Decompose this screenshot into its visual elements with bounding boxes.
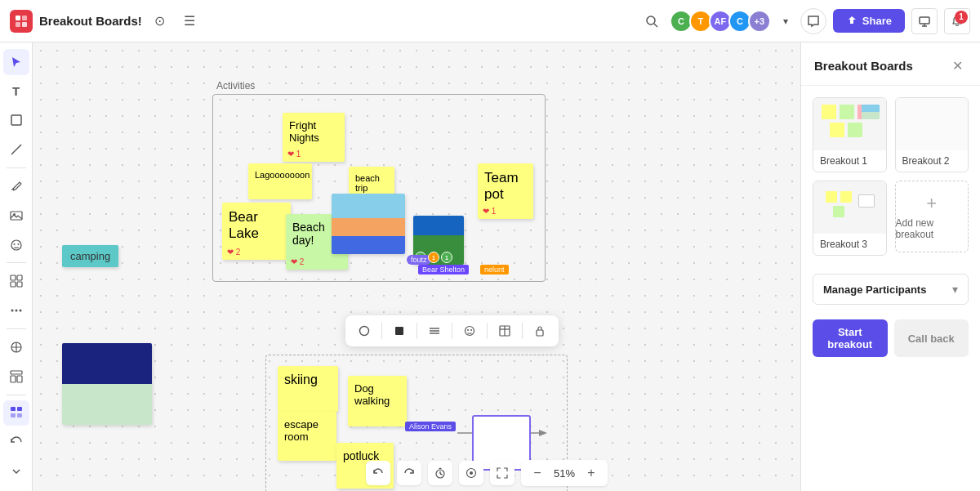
ftb-lock-button[interactable] [529, 320, 550, 341]
panel-close-button[interactable]: ✕ [947, 56, 967, 75]
mini-sticky-7 [840, 191, 852, 203]
breakout-tool[interactable] [3, 400, 29, 426]
svg-rect-1 [22, 16, 27, 20]
escape-room-sticky[interactable]: escape room [278, 412, 336, 461]
notification-button[interactable]: 1 [944, 8, 970, 34]
svg-point-20 [11, 310, 13, 312]
ftb-divider-2 [416, 323, 417, 339]
template-tool[interactable] [3, 268, 29, 294]
shape-tool[interactable] [3, 108, 29, 134]
notification-badge: 1 [955, 11, 968, 24]
svg-rect-16 [11, 275, 16, 280]
svg-point-15 [17, 243, 19, 245]
svg-rect-0 [16, 16, 20, 20]
mini-sticky-8 [833, 206, 844, 217]
svg-rect-3 [22, 22, 27, 27]
zoom-control: − 51% + [521, 460, 608, 486]
breakout-card-3[interactable]: Breakout 3 [813, 181, 887, 256]
dog-walking-sticky[interactable]: Dog walking [348, 376, 407, 426]
text-tool[interactable]: T [3, 78, 29, 105]
line-tool[interactable] [3, 136, 29, 163]
ftb-square-button[interactable] [389, 320, 410, 341]
mini-photo-1 [862, 105, 880, 119]
alison-evans-tag: Alison Evans [405, 422, 456, 431]
svg-point-14 [13, 243, 15, 245]
comments-button[interactable] [800, 8, 826, 34]
mini-sticky-6 [826, 191, 837, 203]
ftb-divider-5 [522, 323, 523, 339]
more-tools-button[interactable] [3, 297, 29, 324]
heart-badge-4: ❤ 2 [291, 257, 304, 266]
lagooooooon-sticky[interactable]: Lagooooooon [248, 163, 312, 199]
manage-chevron-icon: ▾ [952, 283, 958, 296]
svg-point-4 [647, 16, 655, 25]
fullscreen-button[interactable] [490, 461, 514, 485]
integrations-tool[interactable] [3, 334, 29, 360]
svg-rect-11 [11, 212, 22, 220]
zoom-in-button[interactable]: + [581, 463, 601, 483]
bottom-bar: − 51% + [65, 455, 621, 491]
sticky-avatars: 1 1 [428, 252, 452, 263]
fright-nights-sticky[interactable]: Fright Nights ❤ 1 [283, 113, 345, 162]
svg-point-21 [15, 310, 17, 312]
ftb-emoji-button[interactable] [459, 320, 480, 341]
ftb-align-button[interactable] [424, 320, 445, 341]
svg-point-33 [360, 327, 369, 336]
floating-toolbar [345, 315, 559, 346]
svg-rect-19 [17, 282, 22, 287]
skiing-sticky[interactable]: skiing [278, 366, 338, 412]
svg-rect-9 [11, 115, 21, 125]
undo-button[interactable] [366, 461, 390, 485]
add-breakout-card[interactable]: + Add new breakout [895, 181, 969, 252]
bear-lake-sticky[interactable]: Bear Lake ❤ 2 [222, 203, 291, 260]
add-icon: + [926, 193, 937, 214]
ftb-table-button[interactable] [494, 320, 515, 341]
image-tool[interactable] [3, 203, 29, 229]
timer-button[interactable] [428, 461, 452, 485]
notification-wrap: 1 [944, 8, 970, 34]
breakout-card-1[interactable]: Breakout 1 [813, 97, 887, 172]
mini-sticky-4 [830, 123, 844, 137]
board-settings-button[interactable]: ⊙ [149, 10, 172, 33]
svg-rect-18 [11, 282, 16, 287]
start-breakout-button[interactable]: Start breakout [813, 319, 888, 357]
svg-line-47 [440, 474, 443, 475]
call-back-button[interactable]: Call back [894, 319, 969, 357]
share-button[interactable]: Share [833, 9, 905, 33]
undo-redo-tool[interactable] [3, 429, 29, 455]
camping-sticky[interactable]: camping [62, 245, 118, 267]
breakout-card-2[interactable]: Breakout 2 [895, 97, 969, 172]
heart-badge-1: ❤ 1 [287, 150, 301, 158]
heart-badge-3: ❤ 2 [227, 248, 240, 257]
panel-header: Breakout Boards ✕ [801, 42, 980, 86]
breakout-3-label: Breakout 3 [813, 234, 886, 255]
avatar-dropdown-button[interactable]: ▾ [777, 10, 794, 33]
redo-button[interactable] [397, 461, 421, 485]
heart-badge-5: ❤ 1 [483, 207, 496, 216]
team-pot-sticky[interactable]: Team pot ❤ 1 [478, 163, 533, 219]
breakout-1-label: Breakout 1 [813, 150, 886, 172]
breakout-panel: Breakout Boards ✕ Breakout 1 [800, 42, 980, 491]
layouts-tool[interactable] [3, 364, 29, 390]
select-tool[interactable] [3, 49, 29, 75]
expand-toolbar-button[interactable] [3, 458, 29, 484]
manage-participants[interactable]: Manage Participants ▾ [813, 274, 969, 305]
canvas-area[interactable]: camping Activities Fright Nights ❤ 1 Lag… [33, 42, 800, 491]
svg-marker-32 [539, 430, 547, 436]
pen-tool[interactable] [3, 173, 29, 199]
ftb-divider-3 [452, 323, 452, 339]
ftb-circle-button[interactable] [354, 320, 375, 341]
menu-button[interactable]: ☰ [178, 10, 201, 33]
nelunt-tag: nelunt [480, 265, 509, 275]
present-button[interactable] [911, 8, 938, 34]
search-button[interactable] [640, 10, 663, 33]
breakout-actions: Start breakout Call back [801, 311, 980, 365]
emoji-tool[interactable] [3, 232, 29, 258]
mini-sticky-2 [840, 105, 854, 119]
svg-rect-44 [537, 330, 543, 336]
ftb-divider-4 [487, 323, 488, 339]
sidebar-toolbar: T [0, 42, 33, 491]
zoom-out-button[interactable]: − [528, 463, 547, 483]
focus-button[interactable] [459, 461, 483, 485]
svg-rect-34 [395, 327, 403, 335]
